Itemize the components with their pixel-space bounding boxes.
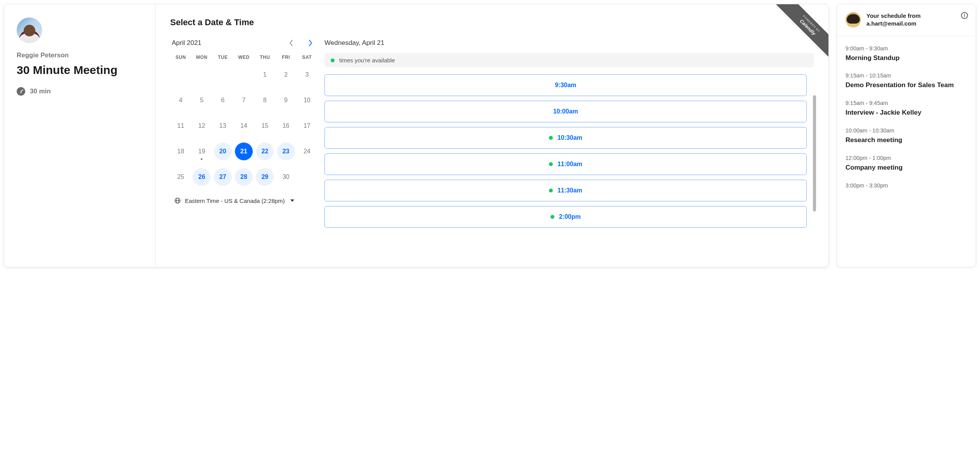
calendar-day-number: 10	[304, 97, 311, 104]
schedule-item: 9:15am - 10:15amDemo Presentation for Sa…	[845, 65, 967, 92]
calendar-day: 9	[275, 91, 296, 110]
calendar-day-number: 9	[284, 97, 288, 104]
time-slot-label: 10:00am	[553, 108, 578, 115]
schedule-item: 9:15am - 9:45amInterview - Jackie Kelley	[845, 92, 967, 120]
calendar-day-number: 18	[177, 148, 184, 155]
availability-legend-text: times you're available	[339, 57, 395, 64]
schedule-list[interactable]: 9:00am - 9:30amMorning Standup9:15am - 1…	[837, 36, 976, 200]
calendar-day-number: 14	[240, 122, 247, 129]
calendar-day: 19	[191, 142, 212, 161]
calendar-day-number: 3	[305, 71, 309, 78]
time-slot-button[interactable]: 11:30am	[324, 180, 807, 201]
calendar-day-number: 15	[261, 122, 268, 129]
calendar-day[interactable]: 26	[191, 168, 212, 186]
calendar-day-number: 13	[219, 122, 226, 129]
calendar-day-number: 26	[198, 173, 205, 180]
date-time-panel: Select a Date & Time April 2021 SUNMONTU…	[155, 4, 828, 267]
calendar-day-number: 16	[283, 122, 290, 129]
schedule-item: 10:00am - 10:30amResearch meeting	[845, 120, 967, 147]
calendar-day: 11	[170, 117, 191, 135]
calendar-day[interactable]: 27	[212, 168, 233, 186]
availability-legend: times you're available	[324, 53, 814, 67]
time-slot-label: 9:30am	[555, 82, 576, 89]
available-dot-icon	[549, 136, 553, 140]
calendar-day: 14	[233, 117, 254, 135]
duration-label: 30 min	[30, 88, 51, 95]
calendar-day: 8	[254, 91, 275, 110]
duration-row: 30 min	[17, 87, 143, 96]
available-dot-icon	[549, 189, 553, 192]
calendar-day: 17	[297, 117, 317, 135]
chevron-down-icon	[290, 199, 294, 202]
weekday-header: SUNMONTUEWEDTHUFRISAT	[170, 55, 317, 60]
calendar-day-number: 21	[240, 148, 247, 155]
event-details-panel: Reggie Peterson 30 Minute Meeting 30 min	[4, 4, 155, 267]
next-month-button[interactable]	[307, 40, 314, 46]
weekday-label: THU	[254, 55, 275, 60]
time-slot-button[interactable]: 10:00am	[324, 101, 807, 122]
schedule-item: 3:00pm - 3:30pm	[845, 175, 967, 193]
prev-month-button[interactable]	[288, 40, 294, 46]
calendar-day[interactable]: 21	[233, 142, 254, 161]
calendar-day[interactable]: 28	[233, 168, 254, 186]
app-root: POWERED BY Calendly Reggie Peterson 30 M…	[4, 4, 976, 267]
info-icon[interactable]: i	[961, 12, 968, 19]
calendar-day: 3	[297, 65, 317, 84]
time-slot-label: 11:30am	[557, 187, 582, 194]
weekday-label: SUN	[170, 55, 191, 60]
calendar-day-number: 28	[240, 173, 247, 180]
available-dot-icon	[331, 58, 335, 62]
times-column: Wednesday, April 21 times you're availab…	[324, 17, 814, 259]
time-slot-list[interactable]: 9:30am10:00am10:30am11:00am11:30am2:00pm	[324, 74, 814, 228]
calendar-day[interactable]: 29	[254, 168, 275, 186]
user-avatar	[845, 12, 861, 27]
time-slot-label: 2:00pm	[559, 213, 581, 220]
schedule-item-time: 9:15am - 10:15am	[845, 72, 967, 79]
calendar-day[interactable]: 20	[212, 142, 233, 161]
calendar-day-number: 24	[304, 148, 311, 155]
calendar-day-number: 20	[219, 148, 226, 155]
calendar-day: 12	[191, 117, 212, 135]
schedule-item: 9:00am - 9:30amMorning Standup	[845, 38, 967, 65]
time-slot-label: 10:30am	[557, 134, 582, 141]
calendar-day-number: 12	[198, 122, 205, 129]
calendar-day[interactable]: 23	[275, 142, 296, 161]
sidebar-title-line2: a.hart@email.com	[866, 20, 921, 27]
schedule-item-title: Company meeting	[845, 163, 967, 172]
scrollbar-thumb[interactable]	[813, 95, 816, 211]
calendar-day-number: 30	[283, 173, 290, 180]
time-slot-button[interactable]: 11:00am	[324, 153, 807, 175]
time-slot-label: 11:00am	[557, 161, 582, 168]
calendar-day: 18	[170, 142, 191, 161]
schedule-item-title: Interview - Jackie Kelley	[845, 108, 967, 117]
calendar-day-number: 23	[283, 148, 290, 155]
powered-by-ribbon[interactable]: POWERED BY Calendly	[774, 4, 828, 58]
time-slot-button[interactable]: 9:30am	[324, 74, 807, 96]
schedule-item: 12:00pm - 1:00pmCompany meeting	[845, 147, 967, 175]
timezone-selector[interactable]: Eastern Time - US & Canada (2:28pm)	[170, 197, 317, 204]
calendar-day: 15	[254, 117, 275, 135]
available-dot-icon	[549, 162, 553, 166]
schedule-item-time: 12:00pm - 1:00pm	[845, 155, 967, 161]
calendar-day	[212, 65, 233, 84]
calendar-day: 30	[275, 168, 296, 186]
time-slot-button[interactable]: 10:30am	[324, 127, 807, 149]
meeting-title: 30 Minute Meeting	[17, 63, 143, 77]
selected-date-label: Wednesday, April 21	[324, 39, 814, 47]
calendar-day	[170, 65, 191, 84]
schedule-item-time: 3:00pm - 3:30pm	[845, 182, 967, 189]
calendar-day-number: 27	[219, 173, 226, 180]
weekday-label: MON	[191, 55, 212, 60]
calendar-day-number: 22	[261, 148, 268, 155]
calendar-day[interactable]: 22	[254, 142, 275, 161]
calendar-day-number: 17	[304, 122, 311, 129]
calendar-day-number: 1	[263, 71, 267, 78]
available-dot-icon	[550, 215, 554, 219]
calendar-day: 1	[254, 65, 275, 84]
schedule-item-time: 9:15am - 9:45am	[845, 100, 967, 106]
time-slot-button[interactable]: 2:00pm	[324, 206, 807, 228]
calendar-day-number: 2	[284, 71, 288, 78]
clock-icon	[17, 87, 25, 96]
month-row: April 2021	[170, 39, 317, 47]
schedule-item-time: 10:00am - 10:30am	[845, 127, 967, 134]
